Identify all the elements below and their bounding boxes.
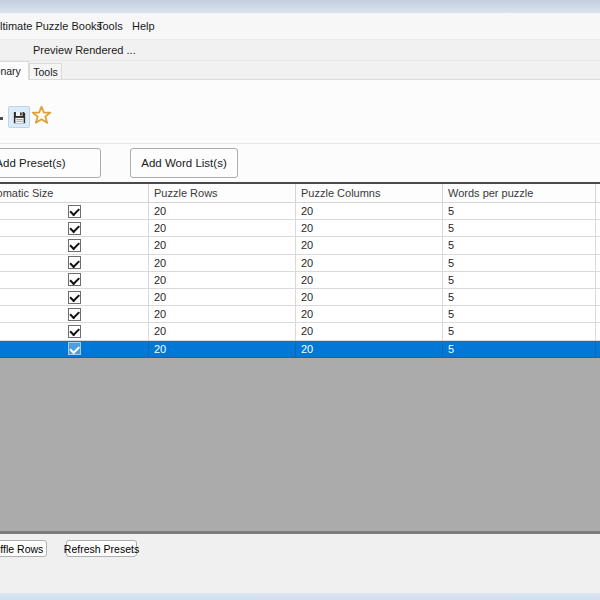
cell-spacer	[596, 289, 600, 305]
automatic-size-checkbox[interactable]	[68, 325, 81, 338]
menu-item-ultimate-puzzle-books[interactable]: Ultimate Puzzle Books	[0, 13, 102, 39]
automatic-size-checkbox[interactable]	[68, 239, 81, 252]
cell-puzzle-rows[interactable]: 20	[149, 237, 296, 253]
cell-words-per-puzzle[interactable]: 5	[443, 341, 596, 357]
cell-automatic-size	[0, 306, 149, 322]
table-row[interactable]: 20 20 5	[0, 203, 600, 220]
cell-puzzle-rows[interactable]: 20	[149, 272, 296, 288]
cell-words-per-puzzle[interactable]: 5	[443, 323, 596, 339]
presets-table: Automatic Size Puzzle Rows Puzzle Column…	[0, 182, 600, 358]
save-button[interactable]	[8, 106, 30, 128]
checkmark-icon	[69, 274, 79, 284]
column-header-automatic-size[interactable]: Automatic Size	[0, 184, 149, 202]
cell-spacer	[596, 341, 600, 357]
cell-puzzle-rows[interactable]: 20	[149, 255, 296, 271]
automatic-size-checkbox[interactable]	[68, 291, 81, 304]
automatic-size-checkbox[interactable]	[68, 342, 81, 355]
checkmark-icon	[69, 292, 79, 302]
cell-puzzle-columns[interactable]: 20	[296, 237, 443, 253]
cell-puzzle-rows[interactable]: 20	[149, 203, 296, 219]
titlebar-band	[0, 0, 600, 13]
preview-rendered-button[interactable]: Preview Rendered ...	[33, 40, 136, 60]
column-header-words-per-puzzle[interactable]: Words per puzzle	[443, 184, 596, 202]
refresh-presets-button[interactable]: Refresh Presets	[66, 540, 137, 557]
column-header-puzzle-rows[interactable]: Puzzle Rows	[149, 184, 296, 202]
bottom-strip	[0, 593, 600, 600]
toolstrip: Preview Rendered ...	[0, 40, 600, 61]
table-row[interactable]: 20 20 5	[0, 323, 600, 340]
cell-words-per-puzzle[interactable]: 5	[443, 220, 596, 236]
table-header: Automatic Size Puzzle Rows Puzzle Column…	[0, 184, 600, 203]
cell-automatic-size	[0, 323, 149, 339]
table-row[interactable]: 20 20 5	[0, 341, 600, 358]
cell-automatic-size	[0, 203, 149, 219]
cell-spacer	[596, 237, 600, 253]
toolbar-divider	[0, 143, 600, 144]
cell-puzzle-columns[interactable]: 20	[296, 272, 443, 288]
automatic-size-checkbox[interactable]	[68, 256, 81, 269]
cell-spacer	[596, 323, 600, 339]
tab-strip	[0, 61, 600, 80]
cell-puzzle-rows[interactable]: 20	[149, 220, 296, 236]
table-row[interactable]: 20 20 5	[0, 289, 600, 306]
cell-words-per-puzzle[interactable]: 5	[443, 255, 596, 271]
cell-automatic-size	[0, 255, 149, 271]
column-header-puzzle-columns[interactable]: Puzzle Columns	[296, 184, 443, 202]
cell-words-per-puzzle[interactable]: 5	[443, 306, 596, 322]
cell-automatic-size	[0, 237, 149, 253]
star-icon	[31, 105, 52, 126]
checkmark-icon	[69, 257, 79, 267]
cell-puzzle-columns[interactable]: 20	[296, 255, 443, 271]
cell-puzzle-rows[interactable]: 20	[149, 341, 296, 357]
cell-puzzle-columns[interactable]: 20	[296, 203, 443, 219]
automatic-size-checkbox[interactable]	[68, 205, 81, 218]
cell-spacer	[596, 272, 600, 288]
cell-automatic-size	[0, 341, 149, 357]
save-icon	[12, 110, 27, 125]
checkmark-icon	[69, 326, 79, 336]
cell-puzzle-rows[interactable]: 20	[149, 323, 296, 339]
tab-tools[interactable]: Tools	[29, 63, 62, 79]
cell-automatic-size	[0, 289, 149, 305]
table-row[interactable]: 20 20 5	[0, 220, 600, 237]
cell-puzzle-rows[interactable]: 20	[149, 306, 296, 322]
cell-spacer	[596, 203, 600, 219]
shuffle-rows-button[interactable]: Shuffle Rows	[0, 540, 47, 557]
table-row[interactable]: 20 20 5	[0, 306, 600, 323]
cell-words-per-puzzle[interactable]: 5	[443, 272, 596, 288]
favorite-button[interactable]	[30, 103, 53, 128]
cell-puzzle-rows[interactable]: 20	[149, 289, 296, 305]
cell-puzzle-columns[interactable]: 20	[296, 220, 443, 236]
automatic-size-checkbox[interactable]	[68, 308, 81, 321]
cell-puzzle-columns[interactable]: 20	[296, 289, 443, 305]
checkmark-icon	[69, 240, 79, 250]
column-header-spacer	[596, 184, 600, 202]
cell-words-per-puzzle[interactable]: 5	[443, 289, 596, 305]
grid-empty-area	[0, 358, 600, 534]
cell-automatic-size	[0, 272, 149, 288]
add-presets-button[interactable]: Add Preset(s)	[0, 148, 101, 178]
cell-words-per-puzzle[interactable]: 5	[443, 237, 596, 253]
cell-automatic-size	[0, 220, 149, 236]
checkmark-icon	[69, 223, 79, 233]
menu-item-tools[interactable]: Tools	[97, 13, 123, 39]
automatic-size-checkbox[interactable]	[68, 273, 81, 286]
cell-spacer	[596, 255, 600, 271]
table-row[interactable]: 20 20 5	[0, 255, 600, 272]
cell-spacer	[596, 220, 600, 236]
menu-item-help[interactable]: Help	[132, 13, 155, 39]
cell-puzzle-columns[interactable]: 20	[296, 306, 443, 322]
automatic-size-checkbox[interactable]	[68, 222, 81, 235]
column-header-label: Automatic Size	[0, 184, 53, 202]
tab-dictionary[interactable]: Dictionary	[0, 61, 29, 80]
cell-words-per-puzzle[interactable]: 5	[443, 203, 596, 219]
checkmark-icon	[69, 343, 79, 353]
clipped-toolbar-icon[interactable]	[0, 117, 3, 120]
cell-puzzle-columns[interactable]: 20	[296, 323, 443, 339]
menu-bar: Ultimate Puzzle Books Tools Help	[0, 13, 600, 40]
add-word-lists-button[interactable]: Add Word List(s)	[130, 148, 238, 178]
cell-puzzle-columns[interactable]: 20	[296, 341, 443, 357]
table-row[interactable]: 20 20 5	[0, 272, 600, 289]
table-row[interactable]: 20 20 5	[0, 237, 600, 254]
cell-spacer	[596, 306, 600, 322]
